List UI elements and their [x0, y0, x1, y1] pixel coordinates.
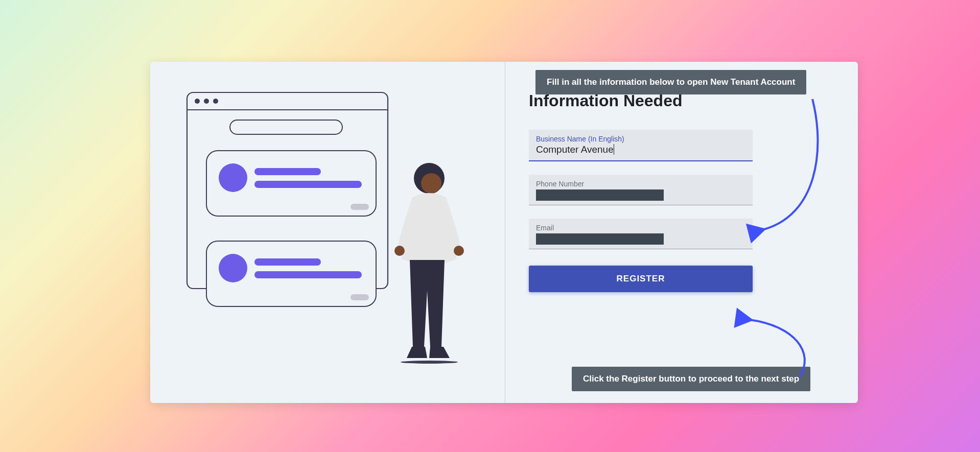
phone-field[interactable]: Phone Number [529, 175, 753, 205]
svg-rect-13 [254, 258, 321, 266]
svg-point-12 [219, 254, 247, 282]
svg-rect-9 [254, 181, 362, 188]
svg-point-2 [195, 99, 200, 104]
svg-rect-8 [254, 168, 321, 175]
svg-point-3 [204, 99, 209, 104]
svg-point-7 [219, 163, 247, 192]
onboarding-illustration [179, 86, 496, 383]
illustration-panel [150, 62, 505, 403]
arrow-to-register-icon [743, 317, 830, 383]
svg-rect-15 [351, 294, 369, 300]
svg-rect-14 [254, 271, 362, 278]
business-name-label: Business Name (In English) [536, 135, 745, 143]
business-name-field[interactable]: Business Name (In English) Computer Aven… [529, 130, 753, 161]
registration-form: Business Name (In English) Computer Aven… [529, 130, 753, 292]
svg-point-4 [213, 99, 218, 104]
phone-label: Phone Number [536, 180, 745, 188]
business-name-value: Computer Avenue [536, 143, 614, 156]
phone-redacted-value [536, 189, 664, 201]
svg-rect-5 [230, 120, 342, 134]
email-label: Email [536, 224, 745, 232]
svg-point-20 [454, 246, 464, 256]
email-redacted-value [536, 233, 664, 245]
svg-point-18 [421, 173, 441, 194]
arrow-to-form-icon [756, 98, 843, 241]
register-button[interactable]: REGISTER [529, 266, 753, 292]
callout-fill-info: Fill in all the information below to ope… [535, 70, 806, 94]
svg-rect-10 [351, 204, 369, 210]
svg-point-16 [401, 361, 458, 364]
email-field[interactable]: Email [529, 219, 753, 249]
svg-point-19 [394, 246, 405, 256]
